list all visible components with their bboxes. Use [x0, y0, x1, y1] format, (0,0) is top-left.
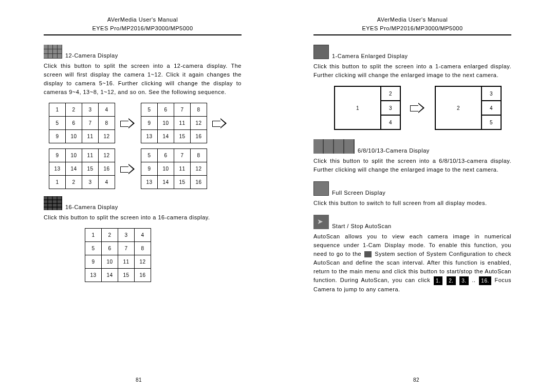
grid-cell: 2 [66, 103, 82, 117]
grid-cell: 7 [174, 103, 191, 117]
label-12cam: 12-Camera Display [65, 52, 118, 59]
arrow-icon [120, 118, 136, 128]
grid-cell: 14 [158, 176, 174, 189]
grid-16: 12345678910111213141516 [85, 228, 151, 282]
grid-cell: 10 [66, 130, 82, 143]
enl-cell: 4 [381, 115, 400, 129]
auto-t3a: During AutoScan, you can click [340, 277, 430, 283]
dots: .. [472, 277, 475, 283]
grid-cell: 10 [158, 117, 174, 130]
grid-cell: 5 [141, 149, 158, 162]
grid-cell: 4 [99, 176, 115, 189]
enl-cell: 3 [482, 86, 501, 101]
grid-cell: 11 [82, 130, 99, 143]
para-12cam: Click this button to split the screen in… [44, 62, 242, 97]
grid-cell: 14 [102, 269, 118, 282]
page-header: AVerMedia User's Manual EYES Pro/MP2016/… [313, 15, 511, 35]
grid-cell: 9 [141, 117, 158, 130]
label-full: Full Screen Display [332, 190, 385, 196]
enlarged-row: 1 2 3 4 2 3 4 5 [334, 86, 511, 130]
focus-btn: 16. [479, 276, 491, 286]
grid-cell: 15 [174, 130, 191, 143]
grid-cell: 13 [141, 176, 158, 189]
header-subtitle: EYES Pro/MP2016/MP3000/MP5000 [313, 24, 511, 33]
grid-cell: 6 [66, 117, 82, 130]
grid-cell: 12 [135, 255, 151, 269]
auto-t2a: the [353, 251, 361, 257]
label-16cam: 16-Camera Display [65, 204, 118, 210]
system-inline-icon [364, 251, 372, 257]
header-title: AVerMedia User's Manual [44, 15, 242, 24]
grid-cell: 7 [118, 242, 135, 255]
section-autoscan: Start / Stop AutoScan AutoScan allows yo… [313, 215, 511, 294]
grid-cell: 13 [49, 162, 66, 176]
grid-cell: 6 [158, 149, 174, 162]
grid-cell: 11 [118, 255, 135, 269]
enl-b: 2 3 4 5 [435, 86, 502, 130]
grid-cell: 11 [174, 117, 191, 130]
label-1cam: 1-Camera Enlarged Display [332, 53, 408, 59]
grid-cell: 14 [158, 130, 174, 143]
grid-cell: 16 [191, 130, 207, 143]
grid-cell: 16 [99, 162, 115, 176]
arrow-icon [410, 103, 425, 113]
grid16-icon [44, 196, 62, 210]
grid-cell: 10 [158, 162, 174, 176]
enl-big: 1 [335, 86, 381, 129]
page-82: AVerMedia User's Manual EYES Pro/MP2016/… [278, 0, 555, 392]
grid-d: 5678910111213141516 [141, 148, 207, 189]
grid-c: 9101112131415161234 [49, 148, 115, 189]
page-number: 82 [278, 377, 555, 383]
grid-cell: 12 [191, 117, 207, 130]
grid-cell: 15 [82, 162, 99, 176]
focus-btn: 1. [434, 276, 442, 286]
grid-cell: 2 [66, 176, 82, 189]
grid-cell: 10 [102, 255, 118, 269]
para-16cam: Click this button to split the screen in… [44, 213, 242, 222]
header-subtitle: EYES Pro/MP2016/MP3000/MP5000 [44, 24, 242, 33]
para-multi: Click this button to split the screen in… [313, 157, 511, 174]
grid-cell: 12 [99, 130, 115, 143]
enl-cell: 2 [381, 86, 400, 101]
fullscreen-icon [313, 181, 329, 196]
section-16cam: 16-Camera Display Click this button to s… [44, 196, 242, 282]
grid12-icon [44, 45, 62, 59]
grid-cell: 6 [102, 242, 118, 255]
grid-cell: 12 [99, 149, 115, 162]
page-number: 81 [0, 377, 278, 383]
label-multi: 6/8/10/13-Camera Display [358, 147, 430, 154]
grid-cell: 8 [135, 242, 151, 255]
grid-cell: 9 [49, 149, 66, 162]
enlarged1-icon [313, 45, 329, 59]
section-full: Full Screen Display Click this button to… [313, 181, 511, 208]
grid-row-2: 9101112131415161234 5678910111213141516 [49, 148, 242, 189]
grid-cell: 9 [85, 255, 102, 269]
arrow-icon [120, 164, 136, 174]
grid-cell: 11 [174, 162, 191, 176]
para-full: Click this button to switch to full scre… [313, 199, 511, 208]
grid-cell: 3 [118, 229, 135, 242]
enl-big: 2 [435, 86, 482, 129]
section-multi: 6/8/10/13-Camera Display Click this butt… [313, 139, 511, 174]
grid-cell: 9 [141, 162, 158, 176]
label-autoscan: Start / Stop AutoScan [332, 223, 392, 229]
header-title: AVerMedia User's Manual [313, 15, 511, 24]
grid-cell: 5 [141, 103, 158, 117]
enl-cell: 5 [482, 115, 501, 129]
autoscan-icon [313, 215, 329, 229]
grid-cell: 13 [141, 130, 158, 143]
multi-icon [313, 139, 355, 154]
grid-cell: 3 [82, 103, 99, 117]
focus-btn: 3. [459, 276, 468, 286]
enl-cell: 3 [381, 101, 400, 115]
arrow-icon [212, 118, 228, 128]
grid-b: 5678910111213141516 [141, 103, 207, 143]
grid-cell: 5 [49, 117, 66, 130]
grid-cell: 11 [82, 149, 99, 162]
grid-cell: 16 [135, 269, 151, 282]
grid-cell: 10 [66, 149, 82, 162]
enl-cell: 4 [482, 101, 501, 115]
grid-cell: 9 [49, 130, 66, 143]
grid-cell: 8 [191, 103, 207, 117]
grid-cell: 4 [99, 103, 115, 117]
